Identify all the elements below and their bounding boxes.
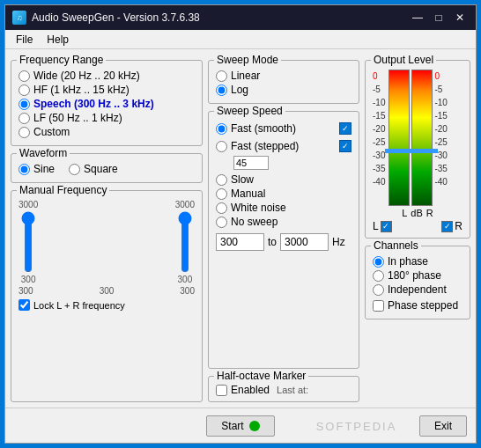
close-button[interactable]: ✕ — [451, 9, 469, 26]
meter-val-5: -5 — [373, 83, 385, 96]
right-panel: Output Level 0 -5 -10 -15 -20 -25 -30 -3… — [365, 55, 470, 402]
speed-radio-slow[interactable] — [216, 174, 227, 186]
channel-phase-stepped-label[interactable]: Phase stepped — [388, 299, 458, 312]
speed-radio-no-sweep[interactable] — [216, 217, 227, 228]
speed-radio-fast-stepped[interactable] — [216, 141, 227, 152]
meter-val-40: -40 — [373, 175, 385, 188]
freq-radio-wide[interactable] — [18, 70, 30, 82]
r-checkbox[interactable]: ✓ — [441, 221, 453, 232]
menu-help[interactable]: Help — [40, 32, 76, 47]
start-area: Start — [165, 415, 315, 437]
half-octave-enabled-label[interactable]: Enabled — [231, 384, 270, 396]
channel-180-phase-row: 180° phase — [373, 269, 462, 282]
speed-radio-fast-smooth[interactable] — [216, 123, 227, 135]
speed-label-fast-stepped[interactable]: Fast (stepped) — [231, 140, 299, 152]
freq-unit-label: Hz — [332, 236, 345, 248]
freq-radio-speech[interactable] — [18, 99, 30, 110]
freq-radio-custom[interactable] — [18, 127, 30, 138]
lr-checkbox-row: L ✓ ✓ R — [373, 220, 462, 232]
speed-fast-stepped-row: Fast (stepped) ✓ — [216, 138, 352, 154]
speed-label-slow[interactable]: Slow — [231, 173, 254, 186]
freq-label-custom[interactable]: Custom — [33, 126, 70, 138]
start-button[interactable]: Start — [206, 415, 274, 437]
main-window: ♫ Audio SweepGen - Version 3.7.6.38 — □ … — [4, 4, 477, 444]
maximize-button[interactable]: □ — [430, 9, 448, 26]
freq-from-input[interactable] — [216, 233, 264, 251]
output-level-group: Output Level 0 -5 -10 -15 -20 -25 -30 -3… — [365, 60, 470, 239]
sweep-linear-option: Linear — [216, 70, 352, 82]
manual-freq-slider-1-col: 3000 300 — [18, 200, 38, 284]
meter-rval-10: -10 — [434, 96, 447, 109]
slider2-bot-val: 300 — [178, 275, 193, 284]
meter-bar-right — [411, 70, 433, 206]
l-checkbox[interactable]: ✓ — [381, 221, 392, 232]
slider1-bot-val: 300 — [21, 275, 36, 284]
speed-radio-manual[interactable] — [216, 188, 227, 200]
channel-radio-180-phase[interactable] — [373, 270, 384, 282]
freq-radio-hf[interactable] — [18, 84, 30, 96]
stepped-value-input[interactable] — [233, 156, 269, 170]
freq-radio-lf[interactable] — [18, 113, 30, 124]
freq-label-speech[interactable]: Speech (300 Hz .. 3 kHz) — [33, 98, 154, 110]
meter-rval-15: -15 — [434, 109, 447, 122]
freq-label-hf[interactable]: HF (1 kHz .. 15 kHz) — [33, 84, 130, 96]
meter-val-15: -15 — [373, 109, 385, 122]
val-300-3: 300 — [180, 286, 195, 296]
sweep-mode-radio-linear[interactable] — [216, 70, 227, 82]
half-octave-row: Enabled Last at: — [216, 384, 352, 396]
channel-phase-stepped-checkbox[interactable] — [373, 300, 384, 312]
waveform-label-sine[interactable]: Sine — [33, 163, 55, 175]
db-label: dB — [411, 208, 422, 218]
sweep-speed-label: Sweep Speed — [214, 105, 285, 117]
menu-file[interactable]: File — [9, 32, 40, 47]
speed-radio-white-noise[interactable] — [216, 202, 227, 214]
sweep-mode-label: Sweep Mode — [214, 54, 281, 66]
waveform-radio-square[interactable] — [69, 164, 80, 175]
fast-smooth-checkmark[interactable]: ✓ — [339, 122, 352, 135]
freq-option-custom: Custom — [18, 126, 195, 138]
db-row: L dB R — [373, 208, 462, 218]
freq-to-input[interactable] — [280, 233, 329, 251]
minimize-button[interactable]: — — [409, 9, 426, 26]
freq-label-wide[interactable]: Wide (20 Hz .. 20 kHz) — [33, 70, 140, 82]
speed-label-fast-smooth[interactable]: Fast (smooth) — [231, 122, 296, 135]
meter-handle-right[interactable] — [408, 149, 438, 153]
channel-label-independent[interactable]: Independent — [388, 283, 447, 296]
channel-radio-in-phase[interactable] — [373, 256, 384, 268]
r-label: R — [455, 220, 462, 232]
app-icon: ♫ — [12, 11, 26, 25]
lock-label[interactable]: Lock L + R frequency — [33, 300, 125, 311]
exit-button[interactable]: Exit — [419, 415, 467, 437]
speed-fast-smooth-row: Fast (smooth) ✓ — [216, 121, 352, 136]
speed-label-manual[interactable]: Manual — [231, 187, 265, 200]
waveform-label-square[interactable]: Square — [84, 163, 118, 175]
lock-checkbox[interactable] — [18, 299, 30, 311]
val-300-1: 300 — [18, 286, 33, 296]
meter-rval-35: -35 — [434, 162, 447, 175]
r-label-right: R — [426, 208, 433, 218]
meter-val-0: 0 — [373, 70, 385, 83]
freq-label-lf[interactable]: LF (50 Hz .. 1 kHz) — [33, 112, 122, 124]
titlebar: ♫ Audio SweepGen - Version 3.7.6.38 — □ … — [5, 5, 476, 30]
channel-label-180-phase[interactable]: 180° phase — [388, 269, 441, 282]
manual-freq-slider-2[interactable] — [176, 211, 194, 273]
speed-white-noise-row: White noise — [216, 202, 352, 214]
speed-label-no-sweep[interactable]: No sweep — [231, 216, 278, 228]
sweep-mode-label-linear[interactable]: Linear — [231, 70, 260, 82]
sweep-mode-label-log[interactable]: Log — [231, 84, 248, 96]
channel-radio-independent[interactable] — [373, 284, 384, 296]
manual-freq-slider-1[interactable] — [19, 211, 37, 273]
fast-stepped-checkmark[interactable]: ✓ — [339, 140, 352, 152]
freq-option-lf: LF (50 Hz .. 1 kHz) — [18, 112, 195, 124]
speed-label-white-noise[interactable]: White noise — [231, 202, 286, 214]
manual-freq-slider-2-col: 3000 300 — [175, 200, 195, 284]
sweep-mode-radio-log[interactable] — [216, 84, 227, 96]
start-indicator — [249, 421, 260, 431]
channels-group: Channels In phase 180° phase Independent — [365, 246, 470, 319]
waveform-radio-sine[interactable] — [18, 164, 30, 175]
window-title: Audio SweepGen - Version 3.7.6.38 — [32, 11, 409, 24]
channels-options: In phase 180° phase Independent Phase st… — [373, 255, 462, 312]
half-octave-enabled-checkbox[interactable] — [216, 385, 227, 396]
channel-label-in-phase[interactable]: In phase — [388, 255, 428, 268]
start-label: Start — [221, 420, 243, 432]
